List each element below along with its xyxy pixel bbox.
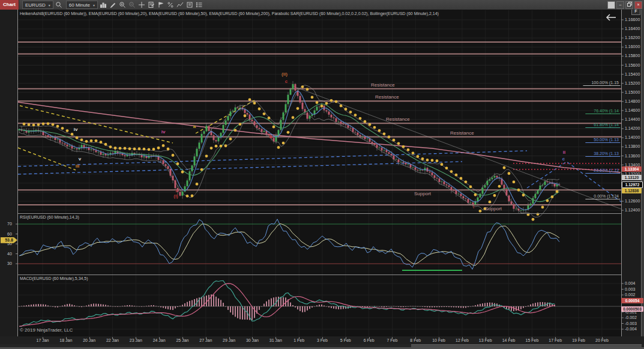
time-axis-tick	[229, 337, 230, 339]
time-axis-tick	[392, 337, 393, 339]
toolbar: Chart EURUSD ▾ 60 Minute ▾	[0, 0, 644, 10]
time-axis-label: 14 Feb	[502, 338, 516, 342]
time-axis-tick	[346, 337, 346, 339]
percent-icon[interactable]	[166, 1, 175, 9]
time-axis-tick	[462, 337, 463, 339]
time-axis-tick	[89, 337, 90, 339]
workspace-swatch-button[interactable]	[607, 1, 615, 9]
time-axis-tick	[579, 337, 579, 339]
time-axis-label: 7 Feb	[387, 338, 397, 342]
time-axis-tick	[252, 337, 253, 339]
time-axis-label: 31 Jan	[269, 338, 282, 342]
time-axis-tick	[439, 337, 439, 339]
time-axis-tick	[369, 337, 370, 339]
time-axis-label: 30 Jan	[246, 338, 259, 342]
time-axis-label: 24 Jan	[153, 338, 166, 342]
time-axis-tick	[555, 337, 556, 339]
time-axis-label: 25 Jan	[176, 338, 188, 342]
time-axis-tick	[299, 337, 299, 339]
instrument-value: EURUSD	[25, 2, 46, 8]
chart-trader-icon[interactable]	[147, 1, 155, 9]
crosshair-icon[interactable]	[137, 1, 146, 9]
time-axis-label: 3 Feb	[317, 338, 328, 342]
interval-value: 60 Minute	[69, 2, 90, 8]
time-axis-label: 6 Feb	[364, 338, 375, 342]
time-axis-label: 18 Jan	[59, 338, 72, 342]
chart-canvas[interactable]	[0, 10, 644, 336]
chart-tab[interactable]: Chart	[0, 0, 19, 10]
time-axis-tick	[275, 337, 276, 339]
close-button[interactable]: ×	[634, 1, 642, 9]
time-axis-tick	[486, 337, 486, 339]
time-axis-label: 17 Jan	[36, 338, 49, 342]
time-axis-tick	[182, 337, 183, 339]
minimize-button[interactable]: –	[616, 1, 624, 9]
time-axis-label: 8 Feb	[410, 338, 421, 342]
time-axis-tick	[136, 337, 136, 339]
time-axis-label: 10 Feb	[432, 338, 445, 342]
instrument-selector[interactable]: EURUSD ▾	[22, 1, 53, 9]
time-axis-tick	[602, 337, 603, 339]
drawing-tools-icon[interactable]	[109, 1, 117, 9]
time-axis-label: 17 Feb	[549, 338, 562, 342]
time-axis-tick	[509, 337, 510, 339]
chart-window: Chart EURUSD ▾ 60 Minute ▾	[0, 0, 644, 349]
zoom-out-icon[interactable]	[128, 1, 136, 9]
alerts-icon[interactable]	[157, 1, 165, 9]
properties-icon[interactable]	[185, 1, 194, 9]
time-axis-tick	[322, 337, 323, 339]
time-axis-tick	[66, 337, 67, 339]
zoom-in-icon[interactable]	[118, 1, 127, 9]
time-axis-label: 1 Feb	[293, 338, 304, 342]
search-icon[interactable]	[55, 1, 63, 9]
restore-button[interactable]	[625, 1, 633, 9]
chevron-down-icon: ▾	[49, 3, 50, 7]
time-axis-label: 12 Feb	[456, 338, 469, 342]
window-buttons: – ×	[607, 1, 644, 9]
chart-style-icon[interactable]	[99, 1, 107, 9]
time-axis-tick	[112, 337, 113, 339]
time-axis-label: 20 Jan	[83, 338, 95, 342]
time-axis-label: 27 Jan	[199, 338, 212, 342]
interval-selector[interactable]: 60 Minute ▾	[66, 1, 98, 9]
chevron-down-icon: ▾	[93, 3, 95, 7]
time-axis-tick	[206, 337, 206, 339]
databox-icon[interactable]	[195, 1, 203, 9]
time-axis-label: 5 Feb	[340, 338, 351, 342]
time-axis-label: 22 Jan	[106, 338, 119, 342]
time-axis-label: 15 Feb	[526, 338, 539, 342]
time-axis-tick	[43, 337, 43, 339]
time-axis-label: 13 Feb	[479, 338, 492, 342]
time-axis-label: 29 Jan	[223, 338, 235, 342]
time-axis-tick	[159, 337, 160, 339]
time-axis-label: 19 Feb	[572, 338, 585, 342]
time-axis-tick	[415, 337, 416, 339]
time-axis-label: 23 Jan	[130, 338, 142, 342]
time-axis-tick	[532, 337, 532, 339]
indicators-icon[interactable]	[176, 1, 184, 9]
time-axis-label: 20 Feb	[595, 338, 609, 342]
